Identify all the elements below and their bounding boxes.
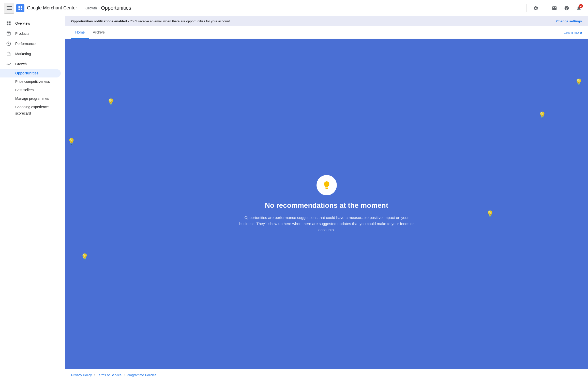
footer: Privacy Policy • Terms of Service • Prog… — [65, 369, 588, 381]
sidebar-item-marketing[interactable]: Marketing — [0, 49, 61, 59]
breadcrumb-parent: Growth — [85, 6, 97, 10]
svg-rect-3 — [21, 8, 22, 10]
svg-rect-1 — [21, 6, 22, 8]
decorative-bulb-1: 💡 — [107, 98, 115, 105]
decorative-bulb-5: 💡 — [81, 253, 88, 260]
help-icon — [564, 6, 569, 11]
nav-divider-v — [526, 4, 527, 12]
circle-icon — [6, 41, 11, 46]
learn-more-link[interactable]: Learn more — [564, 26, 582, 39]
sidebar-sub-best-sellers[interactable]: Best sellers — [0, 86, 61, 94]
sidebar-sub-opportunities-label: Opportunities — [15, 71, 39, 75]
no-recommendations-title: No recommendations at the moment — [265, 201, 388, 210]
sidebar-products-label: Products — [15, 31, 29, 36]
body-wrap: Overview Products Performance — [0, 16, 588, 381]
sidebar-marketing-label: Marketing — [15, 52, 31, 56]
sidebar-item-performance[interactable]: Performance — [0, 39, 61, 49]
sidebar-performance-label: Performance — [15, 42, 36, 46]
gear-icon — [533, 6, 538, 11]
breadcrumb-current: Opportunities — [101, 5, 131, 11]
decorative-bulb-4: 💡 — [538, 112, 546, 119]
sidebar-sub-manage-programmes[interactable]: Manage programmes — [0, 94, 61, 103]
change-settings-button[interactable]: Change settings — [556, 19, 582, 23]
settings-button[interactable] — [531, 3, 541, 13]
sidebar-sub-shopping-label: Shopping experience scorecard — [15, 105, 49, 115]
decorative-bulb-3: 💡 — [575, 78, 583, 86]
notification-text: Opportunities notifications enabled - Yo… — [71, 19, 230, 23]
breadcrumb: Growth › Opportunities — [85, 5, 131, 11]
sidebar-item-overview[interactable]: Overview — [0, 18, 61, 28]
sidebar-sub-manage-label: Manage programmes — [15, 97, 49, 101]
nav-divider-v2 — [545, 4, 545, 12]
lightbulb-icon — [322, 181, 331, 190]
footer-tos-link[interactable]: Terms of Service — [97, 373, 122, 377]
sidebar-sub-opportunities[interactable]: Opportunities — [0, 69, 61, 77]
notification-bar: Opportunities notifications enabled - Yo… — [65, 16, 588, 26]
sidebar: Overview Products Performance — [0, 16, 65, 381]
svg-rect-0 — [19, 6, 20, 8]
top-navigation: Google Merchant Center Growth › Opportun… — [0, 0, 588, 16]
sidebar-sub-price-label: Price competitiveness — [15, 80, 50, 84]
bag-icon — [6, 51, 11, 56]
hero-bulb-circle — [316, 175, 337, 195]
grid-icon — [6, 21, 11, 26]
decorative-bulb-2: 💡 — [68, 138, 75, 145]
sidebar-sub-price-competitiveness[interactable]: Price competitiveness — [0, 77, 61, 86]
mail-icon — [552, 6, 557, 11]
blue-hero-section: 💡 💡 💡 💡 💡 💡 No recommendations at the mo… — [65, 39, 588, 369]
nav-icons: 3 — [524, 3, 584, 13]
sidebar-item-growth[interactable]: Growth — [0, 59, 61, 69]
sidebar-sub-best-sellers-label: Best sellers — [15, 88, 34, 92]
tab-archive[interactable]: Archive — [89, 26, 109, 39]
notification-bold: Opportunities notifications enabled — [71, 19, 127, 23]
nav-divider — [81, 4, 81, 12]
chevron-right-icon: › — [98, 6, 99, 10]
menu-toggle-button[interactable] — [4, 3, 14, 13]
notification-count: 3 — [579, 4, 583, 8]
sidebar-growth-label: Growth — [15, 62, 27, 66]
no-recommendations-description: Opportunities are performance suggestion… — [238, 215, 416, 233]
package-icon — [6, 31, 11, 36]
help-button[interactable] — [562, 3, 572, 13]
footer-dot-1: • — [94, 373, 95, 377]
notification-rest: - You'll receive an email when there are… — [127, 19, 230, 23]
footer-dot-2: • — [124, 373, 125, 377]
notifications-button[interactable]: 3 — [574, 3, 584, 13]
sidebar-item-products[interactable]: Products — [0, 28, 61, 39]
logo-area: Google Merchant Center — [16, 4, 77, 12]
app-title: Google Merchant Center — [27, 5, 77, 11]
svg-rect-2 — [19, 8, 20, 10]
tabs-bar: Home Archive Learn more — [65, 26, 588, 39]
sidebar-sub-shopping-experience[interactable]: Shopping experience scorecard — [0, 103, 61, 118]
trend-icon — [6, 61, 11, 67]
tab-home[interactable]: Home — [71, 26, 89, 39]
mail-button[interactable] — [549, 3, 560, 13]
footer-privacy-link[interactable]: Privacy Policy — [71, 373, 92, 377]
app-logo — [16, 4, 24, 12]
main-content: Opportunities notifications enabled - Yo… — [65, 16, 588, 381]
sidebar-overview-label: Overview — [15, 21, 30, 25]
decorative-bulb-6: 💡 — [486, 210, 494, 217]
footer-programmes-link[interactable]: Programme Policies — [127, 373, 156, 377]
